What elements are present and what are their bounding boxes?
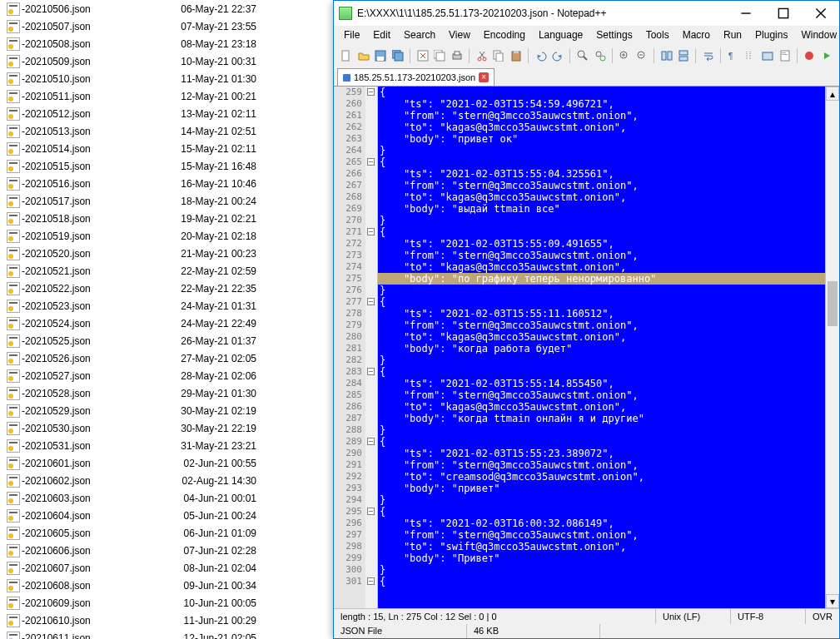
file-row[interactable]: -20210508.json08-May-21 23:18 bbox=[0, 35, 333, 52]
code-line[interactable]: "ts": "2021-02-03T15:55:04.325561", bbox=[378, 168, 825, 180]
file-row[interactable]: -20210518.json19-May-21 02:21 bbox=[0, 210, 333, 227]
sync-v-icon[interactable] bbox=[659, 47, 674, 64]
file-row[interactable]: -20210513.json14-May-21 02:51 bbox=[0, 122, 333, 140]
redo-icon[interactable] bbox=[551, 47, 566, 64]
menu-file[interactable]: File bbox=[337, 27, 366, 43]
close-all-icon[interactable] bbox=[432, 47, 447, 64]
indent-guide-icon[interactable] bbox=[743, 47, 758, 64]
code-line[interactable]: "ts": "2021-02-03T15:55:14.855450", bbox=[378, 378, 825, 389]
titlebar[interactable]: E:\XXXX\1\1\185.25.51.173-20210203.json … bbox=[334, 1, 839, 26]
file-row[interactable]: -20210528.json29-May-21 01:30 bbox=[0, 384, 333, 402]
file-row[interactable]: -20210525.json26-May-21 01:37 bbox=[0, 332, 333, 349]
code-line[interactable]: } bbox=[378, 354, 825, 366]
new-file-icon[interactable] bbox=[339, 47, 354, 64]
play-macro-icon[interactable] bbox=[819, 47, 834, 64]
code-line[interactable]: "from": "stern@q3mcco35auwcstmt.onion", bbox=[378, 180, 825, 191]
file-row[interactable]: -20210524.json24-May-21 22:49 bbox=[0, 315, 333, 332]
code-line[interactable]: "body": "по графику теперь ненормированн… bbox=[378, 273, 825, 285]
code-line[interactable]: "ts": "2021-02-03T15:54:59.496721", bbox=[378, 98, 825, 110]
close-file-icon[interactable] bbox=[415, 47, 430, 64]
scroll-up-icon[interactable]: ▴ bbox=[826, 87, 839, 101]
code-line[interactable]: "body": "привет" bbox=[378, 483, 825, 494]
save-icon[interactable] bbox=[373, 47, 388, 64]
file-row[interactable]: -20210530.json30-May-21 22:19 bbox=[0, 419, 333, 437]
file-row[interactable]: -20210531.json31-May-21 23:21 bbox=[0, 437, 333, 454]
fold-toggle-icon[interactable] bbox=[367, 508, 375, 515]
file-row[interactable]: -20210607.json08-Jun-21 02:04 bbox=[0, 559, 333, 577]
find-icon[interactable] bbox=[575, 47, 590, 64]
code-line[interactable]: "ts": "2021-02-03T15:55:11.160512", bbox=[378, 308, 825, 320]
file-row[interactable]: -20210601.json02-Jun-21 00:55 bbox=[0, 454, 333, 472]
record-macro-icon[interactable] bbox=[802, 47, 817, 64]
file-row[interactable]: -20210511.json12-May-21 00:21 bbox=[0, 87, 333, 105]
file-row[interactable]: -20210515.json15-May-21 16:48 bbox=[0, 157, 333, 175]
fold-toggle-icon[interactable] bbox=[367, 88, 375, 96]
menu-encoding[interactable]: Encoding bbox=[477, 27, 532, 43]
code-line[interactable]: { bbox=[378, 156, 825, 168]
file-row[interactable]: -20210609.json10-Jun-21 00:05 bbox=[0, 594, 333, 612]
file-list[interactable]: -20210506.json06-May-21 22:37-20210507.j… bbox=[0, 0, 333, 639]
zoom-out-icon[interactable] bbox=[634, 47, 649, 64]
file-row[interactable]: -20210605.json06-Jun-21 01:09 bbox=[0, 524, 333, 542]
file-row[interactable]: -20210516.json16-May-21 10:46 bbox=[0, 175, 333, 192]
file-row[interactable]: -20210610.json11-Jun-21 00:29 bbox=[0, 612, 333, 629]
undo-icon[interactable] bbox=[534, 47, 549, 64]
status-insert-mode[interactable]: OVR bbox=[806, 609, 839, 624]
zoom-in-icon[interactable] bbox=[617, 47, 632, 64]
vertical-scrollbar[interactable]: ▴ ▾ bbox=[825, 87, 839, 608]
show-all-chars-icon[interactable]: ¶ bbox=[726, 47, 741, 64]
menu-run[interactable]: Run bbox=[717, 27, 748, 43]
menu-search[interactable]: Search bbox=[397, 27, 442, 43]
menu-macro[interactable]: Macro bbox=[676, 27, 717, 43]
code-line[interactable]: "to": "kagas@q3mcco35auwcstmt.onion", bbox=[378, 261, 825, 273]
fold-toggle-icon[interactable] bbox=[367, 298, 375, 305]
file-row[interactable]: -20210507.json07-May-21 23:55 bbox=[0, 17, 333, 35]
file-row[interactable]: -20210522.json22-May-21 22:35 bbox=[0, 280, 333, 297]
file-row[interactable]: -20210604.json05-Jun-21 00:24 bbox=[0, 507, 333, 524]
menu-window[interactable]: Window bbox=[794, 27, 840, 43]
file-row[interactable]: -20210506.json06-May-21 22:37 bbox=[0, 0, 333, 17]
cut-icon[interactable] bbox=[475, 47, 490, 64]
file-row[interactable]: -20210606.json07-Jun-21 02:28 bbox=[0, 542, 333, 559]
fold-gutter[interactable] bbox=[365, 87, 378, 608]
code-line[interactable]: "to": "kagas@q3mcco35auwcstmt.onion", bbox=[378, 401, 825, 413]
file-row[interactable]: -20210529.json30-May-21 02:19 bbox=[0, 402, 333, 419]
file-row[interactable]: -20210523.json24-May-21 01:31 bbox=[0, 297, 333, 315]
code-line[interactable]: { bbox=[378, 506, 825, 518]
fold-toggle-icon[interactable] bbox=[367, 438, 375, 445]
code-line[interactable]: "from": "stern@q3mcco35auwcstmt.onion", bbox=[378, 459, 825, 471]
code-line[interactable]: } bbox=[378, 564, 825, 576]
code-line[interactable]: "from": "stern@q3mcco35auwcstmt.onion", bbox=[378, 250, 825, 261]
code-line[interactable]: { bbox=[378, 576, 825, 587]
code-line[interactable]: "ts": "2021-02-03T16:00:32.086149", bbox=[378, 518, 825, 529]
replace-icon[interactable] bbox=[593, 47, 608, 64]
tabbar[interactable]: 185.25.51.173-20210203.json × bbox=[334, 67, 839, 86]
minimize-button[interactable] bbox=[727, 2, 764, 26]
code-line[interactable]: "body": "привет ок" bbox=[378, 133, 825, 145]
code-line[interactable]: "to": "creamsod@q3mcco35auwcstmt.onion", bbox=[378, 471, 825, 483]
file-row[interactable]: -20210520.json21-May-21 00:23 bbox=[0, 245, 333, 262]
code-line[interactable]: "to": "swift@q3mcco35auwcstmt.onion", bbox=[378, 541, 825, 552]
code-line[interactable]: } bbox=[378, 285, 825, 296]
status-eol[interactable]: Unix (LF) bbox=[656, 609, 731, 624]
maximize-button[interactable] bbox=[764, 2, 802, 26]
file-row[interactable]: -20210517.json18-May-21 00:24 bbox=[0, 192, 333, 210]
sync-h-icon[interactable] bbox=[676, 47, 691, 64]
file-row[interactable]: -20210509.json10-May-21 00:31 bbox=[0, 52, 333, 70]
file-row[interactable]: -20210603.json04-Jun-21 00:01 bbox=[0, 489, 333, 507]
code-line[interactable]: "body": "когда работа будет" bbox=[378, 343, 825, 354]
code-line[interactable]: "body": "выдай ttmain все" bbox=[378, 203, 825, 215]
scroll-thumb[interactable] bbox=[828, 281, 838, 326]
file-row[interactable]: -20210611.json12-Jun-21 02:05 bbox=[0, 629, 333, 639]
paste-icon[interactable] bbox=[509, 47, 524, 64]
code-line[interactable]: "from": "stern@q3mcco35auwcstmt.onion", bbox=[378, 320, 825, 331]
code-line[interactable]: "from": "stern@q3mcco35auwcstmt.onion", bbox=[378, 389, 825, 401]
wordwrap-icon[interactable] bbox=[701, 47, 716, 64]
fold-toggle-icon[interactable] bbox=[367, 158, 375, 166]
file-tab[interactable]: 185.25.51.173-20210203.json × bbox=[337, 68, 495, 86]
open-file-icon[interactable] bbox=[356, 47, 371, 64]
file-row[interactable]: -20210512.json13-May-21 02:11 bbox=[0, 105, 333, 122]
save-all-icon[interactable] bbox=[390, 47, 405, 64]
code-line[interactable]: { bbox=[378, 366, 825, 378]
status-encoding[interactable]: UTF-8 bbox=[731, 609, 806, 624]
